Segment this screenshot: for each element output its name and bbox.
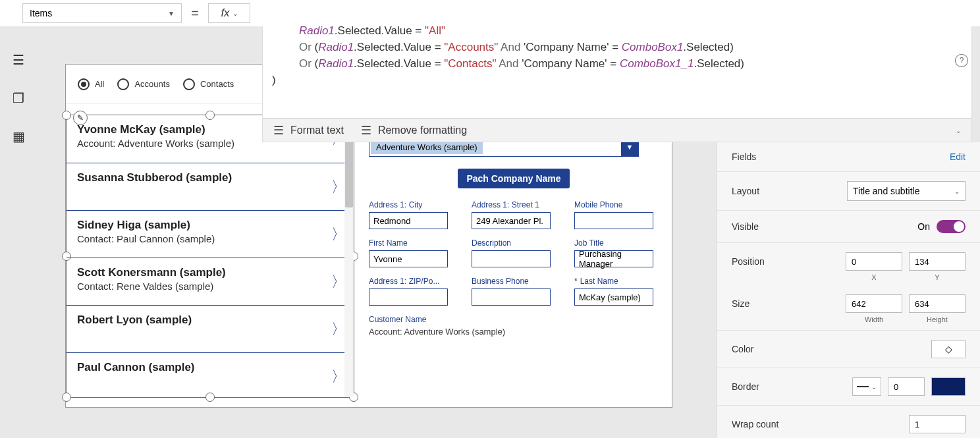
patch-company-button[interactable]: Pach Company Name bbox=[458, 169, 570, 188]
field-label: Description bbox=[472, 238, 564, 248]
wrap-count-label: Wrap count bbox=[732, 419, 778, 429]
customer-name-value: Account: Adventure Works (sample) bbox=[369, 327, 659, 337]
chevron-right-icon[interactable]: 〉 bbox=[331, 177, 346, 197]
width-label: Width bbox=[846, 315, 902, 323]
fields-label: Fields bbox=[732, 151, 756, 162]
border-width-input[interactable] bbox=[888, 377, 925, 396]
height-input[interactable] bbox=[909, 294, 966, 313]
equals-label: = bbox=[182, 6, 208, 21]
chevron-right-icon[interactable]: 〉 bbox=[331, 319, 346, 339]
format-text-button[interactable]: ☰ Format text bbox=[273, 123, 344, 138]
radio-icon bbox=[183, 78, 195, 90]
mobile-field[interactable] bbox=[574, 212, 653, 229]
size-label: Size bbox=[732, 298, 749, 309]
field-label: First Name bbox=[369, 238, 461, 248]
layout-label: Layout bbox=[732, 186, 759, 196]
list-item[interactable]: Susanna Stubberod (sample) 〉 bbox=[67, 163, 354, 210]
firstname-field[interactable]: Yvonne bbox=[369, 250, 448, 267]
field-label: Address 1: City bbox=[369, 200, 461, 209]
item-title: Susanna Stubberod (sample) bbox=[77, 171, 343, 184]
radio-icon bbox=[117, 78, 129, 90]
list-item[interactable]: Paul Cannon (sample) 〉 bbox=[67, 352, 354, 397]
chevron-right-icon[interactable]: 〉 bbox=[331, 367, 346, 387]
chevron-down-icon[interactable]: ⌄ bbox=[956, 127, 961, 134]
visible-text: On bbox=[917, 221, 930, 232]
color-picker[interactable]: ◇ bbox=[931, 340, 966, 358]
gallery-list: Yvonne McKay (sample) Account: Adventure… bbox=[67, 115, 354, 397]
button-label: Pach Company Name bbox=[466, 173, 560, 184]
chevron-right-icon[interactable]: 〉 bbox=[331, 272, 346, 292]
radio-all[interactable]: All bbox=[78, 78, 104, 90]
border-style-dropdown[interactable]: ⌄ bbox=[852, 377, 881, 396]
format-text-label: Format text bbox=[290, 124, 344, 136]
radio-label: All bbox=[95, 79, 104, 89]
remove-formatting-button[interactable]: ☰ Remove formatting bbox=[361, 123, 467, 138]
item-title: Sidney Higa (sample) bbox=[77, 219, 343, 232]
radio-label: Accounts bbox=[134, 79, 169, 89]
edit-fields-link[interactable]: Edit bbox=[950, 151, 966, 162]
field-label: Mobile Phone bbox=[574, 200, 667, 209]
scrollbar[interactable] bbox=[344, 115, 354, 397]
border-color-swatch[interactable] bbox=[931, 377, 966, 396]
position-label: Position bbox=[732, 256, 765, 267]
radio-accounts[interactable]: Accounts bbox=[117, 78, 169, 90]
wrap-count-input[interactable] bbox=[909, 415, 966, 433]
chevron-down-icon: ▼ bbox=[168, 10, 175, 17]
remove-formatting-label: Remove formatting bbox=[378, 124, 467, 136]
fx-label: fx bbox=[221, 7, 229, 20]
chevron-down-icon: ⌄ bbox=[232, 10, 238, 17]
format-text-icon: ☰ bbox=[273, 123, 284, 138]
city-field[interactable]: Redmond bbox=[369, 212, 448, 229]
radio-label: Contacts bbox=[200, 79, 234, 89]
item-subtitle: Contact: Rene Valdes (sample) bbox=[77, 281, 343, 292]
field-label: Address 1: ZIP/Po... bbox=[369, 277, 461, 286]
detail-form: Adventure Works (sample) ▼ Pach Company … bbox=[369, 137, 659, 337]
layers-icon[interactable]: ❒ bbox=[13, 90, 24, 106]
chevron-down-icon: ⌄ bbox=[954, 188, 960, 195]
radio-contacts[interactable]: Contacts bbox=[183, 78, 234, 90]
property-dropdown[interactable]: Items ▼ bbox=[22, 3, 182, 23]
zip-field[interactable] bbox=[369, 288, 448, 306]
list-item[interactable]: Sidney Higa (sample) Contact: Paul Canno… bbox=[67, 210, 354, 258]
apps-icon[interactable]: ▦ bbox=[13, 128, 25, 144]
x-axis-label: X bbox=[846, 273, 902, 281]
position-x-input[interactable] bbox=[846, 252, 902, 271]
layout-value: Title and subtitle bbox=[853, 186, 919, 196]
visible-toggle[interactable] bbox=[937, 220, 966, 233]
border-label: Border bbox=[732, 381, 759, 392]
color-label: Color bbox=[732, 344, 753, 354]
position-y-input[interactable] bbox=[909, 252, 966, 271]
visible-label: Visible bbox=[732, 221, 759, 232]
list-item[interactable]: Robert Lyon (sample) 〉 bbox=[67, 305, 354, 352]
hamburger-icon[interactable]: ☰ bbox=[13, 52, 24, 68]
radio-icon bbox=[78, 78, 90, 90]
street-field[interactable]: 249 Alexander Pl. bbox=[472, 212, 551, 229]
item-subtitle: Contact: Paul Cannon (sample) bbox=[77, 233, 343, 244]
jobtitle-field[interactable]: Purchasing Manager bbox=[574, 250, 653, 267]
lastname-field[interactable]: McKay (sample) bbox=[574, 288, 653, 306]
customer-name-label: Customer Name bbox=[369, 315, 659, 324]
height-label: Height bbox=[909, 315, 966, 323]
fx-button[interactable]: fx ⌄ bbox=[208, 3, 250, 23]
field-label: Address 1: Street 1 bbox=[472, 200, 564, 209]
property-dropdown-label: Items bbox=[30, 8, 52, 18]
y-axis-label: Y bbox=[909, 273, 966, 281]
gallery-control[interactable]: ✎ Yvonne McKay (sample) Account: Adventu… bbox=[66, 115, 354, 398]
list-item[interactable]: Scott Konersmann (sample) Contact: Rene … bbox=[67, 258, 354, 305]
properties-panel: Fields Edit Layout Title and subtitle ⌄ … bbox=[717, 142, 980, 438]
help-icon[interactable]: ? bbox=[955, 54, 968, 67]
chevron-down-icon: ⌄ bbox=[871, 383, 877, 391]
field-label: Job Title bbox=[574, 238, 667, 248]
field-label: *Last Name bbox=[574, 277, 667, 286]
item-title: Scott Konersmann (sample) bbox=[77, 266, 343, 279]
description-field[interactable] bbox=[472, 250, 551, 267]
width-input[interactable] bbox=[846, 294, 902, 313]
chevron-right-icon[interactable]: 〉 bbox=[331, 225, 346, 244]
layout-dropdown[interactable]: Title and subtitle ⌄ bbox=[847, 181, 966, 201]
field-label: Business Phone bbox=[472, 277, 564, 286]
item-title: Paul Cannon (sample) bbox=[77, 361, 343, 374]
item-title: Robert Lyon (sample) bbox=[77, 314, 343, 327]
remove-formatting-icon: ☰ bbox=[361, 123, 371, 138]
businessphone-field[interactable] bbox=[472, 288, 551, 306]
